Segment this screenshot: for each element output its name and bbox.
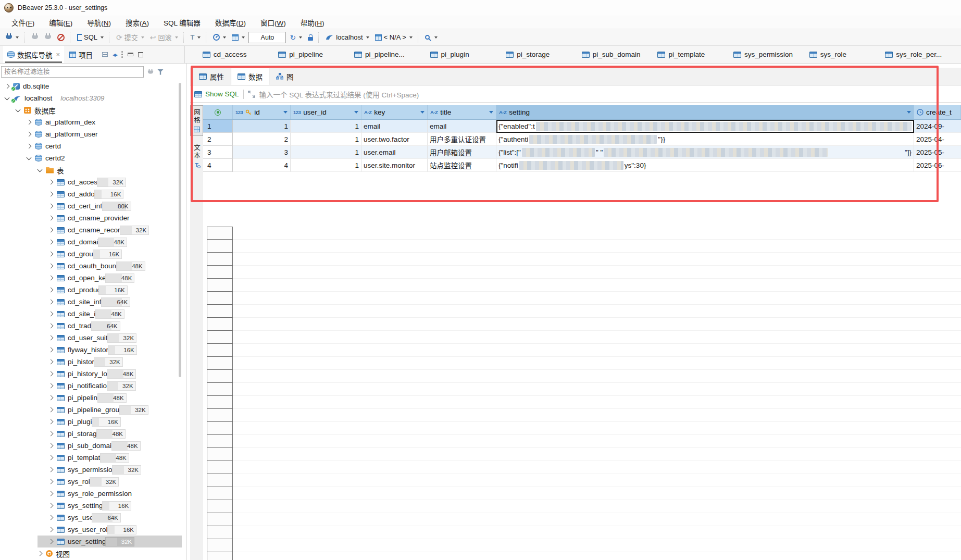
chevron-right-icon[interactable] <box>48 431 54 437</box>
cell-user-id[interactable]: 1 <box>291 159 361 172</box>
menu-item[interactable]: 搜索(A) <box>119 16 155 29</box>
chevron-right-icon[interactable] <box>48 467 54 472</box>
collapse-all-icon[interactable] <box>102 52 108 57</box>
chevron-right-icon[interactable] <box>27 144 32 149</box>
cell-create-time[interactable]: 2024-09- <box>914 120 961 133</box>
cell-id[interactable]: 4 <box>233 159 291 172</box>
column-filter-icon[interactable] <box>907 111 911 114</box>
tree-node-cd_access[interactable]: cd_access32K <box>0 176 186 188</box>
tree-node-cd_site_info[interactable]: cd_site_info64K <box>0 296 186 308</box>
tree-node-sys_user_role[interactable]: sys_user_role16K <box>0 524 186 536</box>
tree-node-pi_storage[interactable]: pi_storage48K <box>0 428 186 440</box>
chevron-right-icon[interactable] <box>48 276 54 281</box>
chevron-right-icon[interactable] <box>48 407 54 413</box>
chevron-down-icon[interactable] <box>16 107 21 112</box>
cell-title[interactable]: 站点监控设置 <box>428 159 496 172</box>
chevron-right-icon[interactable] <box>48 240 54 245</box>
rollback-button[interactable]: ↩回滚 <box>148 31 180 44</box>
editor-tab-pi_plugin[interactable]: pi_plugin <box>430 51 506 58</box>
chevron-right-icon[interactable] <box>48 347 54 353</box>
tree-node-ai_platform_user[interactable]: ai_platform_user <box>0 128 186 140</box>
readonly-button[interactable] <box>306 32 315 42</box>
row-number[interactable]: 2 <box>203 133 233 146</box>
column-filter-icon[interactable] <box>283 111 288 114</box>
tree-node-pi_history_log[interactable]: pi_history_log48K <box>0 368 186 380</box>
tree-node-sys_user[interactable]: sys_user64K <box>0 512 186 524</box>
commit-button[interactable]: ⟳提交 <box>114 31 146 44</box>
editor-tab-pi_template[interactable]: pi_template <box>657 51 733 58</box>
column-header-create_t[interactable]: create_t <box>914 105 961 119</box>
presentation-grid-tab[interactable]: 网格 <box>190 105 203 136</box>
tree-node-pi_notification[interactable]: pi_notification32K <box>0 380 186 392</box>
chevron-right-icon[interactable] <box>48 491 54 496</box>
tree-node-user_settings[interactable]: user_settings32K <box>0 536 186 547</box>
tree-node-pi_plugin[interactable]: pi_plugin16K <box>0 416 186 428</box>
tree-node-cd_product[interactable]: cd_product16K <box>0 284 186 296</box>
chevron-right-icon[interactable] <box>5 84 10 89</box>
maximize-icon[interactable] <box>138 52 143 57</box>
column-header-key[interactable]: A-Zkey <box>361 105 428 119</box>
chevron-right-icon[interactable] <box>48 192 54 197</box>
tab-properties[interactable]: 属性 <box>192 68 231 85</box>
cell-key[interactable]: email <box>361 120 428 133</box>
chevron-right-icon[interactable] <box>48 443 54 449</box>
tree-node-cd_addon[interactable]: cd_addon16K <box>0 188 186 200</box>
chevron-right-icon[interactable] <box>48 228 54 233</box>
editor-tab-pi_storage[interactable]: pi_storage <box>506 51 582 58</box>
tree-node-flyway_history[interactable]: flyway_history16K <box>0 344 186 356</box>
column-header-user_id[interactable]: 123user_id <box>291 105 361 119</box>
cell-title[interactable]: email <box>428 120 496 133</box>
chevron-down-icon[interactable] <box>38 167 43 172</box>
row-selector-header[interactable] <box>203 105 233 119</box>
tab-database-navigator[interactable]: 数据库导航 × <box>3 46 64 63</box>
tree-node-cd_trade[interactable]: cd_trade64K <box>0 320 186 332</box>
tree-node-certd2[interactable]: certd2 <box>0 152 186 164</box>
cell-title[interactable]: 用户多重认证设置 <box>428 133 496 146</box>
column-header-setting[interactable]: A-Zsetting <box>496 105 914 119</box>
editor-tab-sys_role[interactable]: sys_role <box>809 51 885 58</box>
sidebar-scrollbar[interactable] <box>179 83 181 377</box>
tree-node-cd_site_ip[interactable]: cd_site_ip48K <box>0 308 186 320</box>
chevron-right-icon[interactable] <box>48 527 54 532</box>
tree-node-cd_user_suite[interactable]: cd_user_suite32K <box>0 332 186 344</box>
cell-create-time[interactable]: 2025-04- <box>914 133 961 146</box>
editor-tab-sys_role_per[interactable]: sys_role_per... <box>885 51 961 58</box>
chevron-right-icon[interactable] <box>48 383 54 389</box>
tree-node-cd_cert_info[interactable]: cd_cert_info80K <box>0 200 186 212</box>
chevron-right-icon[interactable] <box>48 204 54 209</box>
tree-node-ai_platform_dex[interactable]: ai_platform_dex <box>0 116 186 128</box>
chevron-down-icon[interactable] <box>27 155 32 160</box>
menu-item[interactable]: 编辑(E) <box>43 16 79 29</box>
commit-mode-select[interactable]: Auto <box>248 32 286 43</box>
cell-setting[interactable]: {"enabled":t <box>496 120 914 133</box>
tree-node-表[interactable]: 表 <box>0 164 186 176</box>
cell-key[interactable]: user.two.factor <box>361 133 428 146</box>
chevron-down-icon[interactable] <box>5 95 10 100</box>
cell-user-id[interactable]: 1 <box>291 120 361 133</box>
search-button[interactable] <box>423 33 440 41</box>
chevron-right-icon[interactable] <box>48 395 54 401</box>
chevron-right-icon[interactable] <box>48 503 54 508</box>
menu-item[interactable]: 帮助(H) <box>294 16 331 29</box>
chevron-right-icon[interactable] <box>38 551 43 556</box>
editor-tab-pi_sub_domain[interactable]: pi_sub_domain <box>582 51 658 58</box>
menu-item[interactable]: 导航(N) <box>81 16 117 29</box>
chevron-right-icon[interactable] <box>48 335 54 341</box>
chevron-right-icon[interactable] <box>48 312 54 317</box>
cell-key[interactable]: user.email <box>361 146 428 159</box>
output-button[interactable] <box>230 33 247 42</box>
menu-item[interactable]: 窗口(W) <box>254 16 292 29</box>
cell-setting[interactable]: {"authenti"}} <box>496 133 914 146</box>
connected-filter-icon[interactable] <box>147 69 154 76</box>
tree-node-cd_group[interactable]: cd_group16K <box>0 248 186 260</box>
tab-data[interactable]: 数据 <box>231 68 269 85</box>
editor-tab-sys_permission[interactable]: sys_permission <box>733 51 809 58</box>
cell-setting[interactable]: {"list":["" ""]} <box>496 146 914 159</box>
tree-node-sys_settings[interactable]: sys_settings16K <box>0 500 186 512</box>
chevron-right-icon[interactable] <box>48 323 54 329</box>
tree-node-pi_history[interactable]: pi_history32K <box>0 356 186 368</box>
tree-node-cd_oauth_bound[interactable]: cd_oauth_bound48K <box>0 260 186 272</box>
close-icon[interactable]: × <box>56 51 60 58</box>
cell-title[interactable]: 用户邮箱设置 <box>428 146 496 159</box>
editor-tab-pi_pipeline[interactable]: pi_pipeline... <box>354 51 430 58</box>
